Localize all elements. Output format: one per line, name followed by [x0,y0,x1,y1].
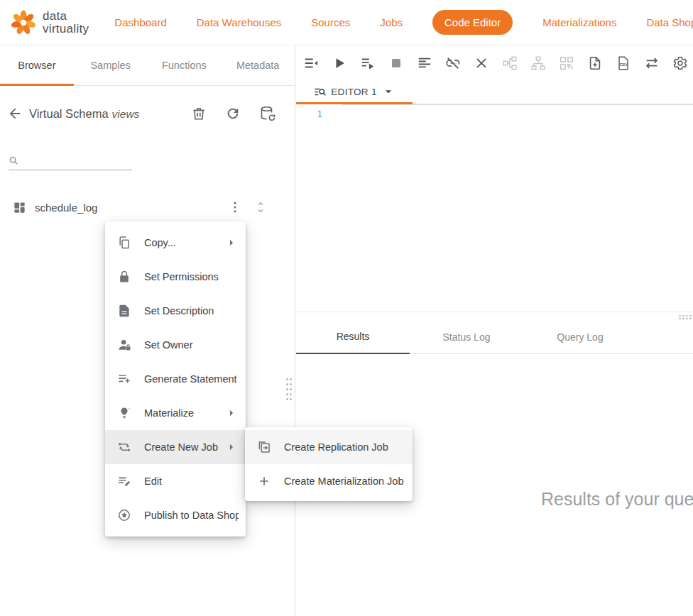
tab-browser[interactable]: Browser [0,45,74,85]
menu-item-generate-statement[interactable]: Generate Statement [105,362,246,396]
export-csv-button[interactable]: CSV [615,55,632,72]
menu-item-create-new-job[interactable]: Create New Job [105,430,246,464]
schema-title-text: Virtual Schema [29,107,109,120]
more-vert-icon [228,200,242,214]
swap-connection-button[interactable] [643,55,660,72]
tab-editor-1[interactable]: EDITOR 1 [296,81,413,104]
materialize-bulb-icon [116,406,132,420]
settings-icon [672,55,688,71]
schema-type-text: views [112,108,140,120]
back-button[interactable] [7,106,23,121]
code-editor-panel: CSV EDITOR 1 1 Results Status Log [296,45,693,616]
menu-item-label: Publish to Data Shop [144,510,239,521]
settings-button[interactable] [672,55,689,72]
tree-item-schedule-log[interactable]: schedule_log [0,197,295,217]
expand-collapse-button[interactable] [253,200,268,214]
nav-item-materializations[interactable]: Materializations [542,16,616,28]
run-all-button[interactable] [359,55,376,72]
logo-line1: data [43,9,67,23]
delete-schema-button[interactable] [191,106,207,121]
nav-item-code-editor[interactable]: Code Editor [432,10,513,35]
results-placeholder-text: Results of your queries will be shown he… [541,489,693,510]
job-flow-icon [116,440,132,454]
tab-query-log[interactable]: Query Log [523,320,637,353]
run-all-icon [360,55,376,71]
format-sql-icon [417,55,432,71]
refresh-schema-button[interactable] [225,106,241,121]
menu-item-label: Set Description [144,305,239,317]
menu-item-set-description[interactable]: Set Description [105,294,246,328]
format-sql-button[interactable] [416,55,433,72]
unlink-icon [445,55,461,71]
menu-item-create-materialization-job[interactable]: Create Materialization Job [245,464,413,498]
dependency-tree-button [501,55,518,72]
tree-item-actions [228,200,268,214]
tree-item-label: schedule_log [35,202,97,214]
query-plan-button [558,55,575,72]
run-query-button[interactable] [331,55,348,72]
data-lineage-icon [530,55,546,71]
results-tab-strip: Results Status Log Query Log [296,320,693,354]
nav-item-dashboard[interactable]: Dashboard [114,16,166,28]
export-csv-icon: CSV [616,55,631,71]
tab-metadata[interactable]: Metadata [221,45,295,85]
menu-item-materialize[interactable]: Materialize [105,396,246,430]
editor-toolbar: CSV [296,45,693,81]
chevron-down-icon[interactable] [381,84,395,99]
editor-tab-strip: EDITOR 1 [296,81,693,104]
schema-actions [191,105,276,122]
schema-header: Virtual Schemaviews [0,94,295,133]
back-icon [7,106,23,121]
copy-icon [116,236,132,250]
nav-item-jobs[interactable]: Jobs [380,16,403,28]
code-input-area[interactable] [342,104,693,312]
nav-item-data-warehouses[interactable]: Data Warehouses [197,16,282,28]
tab-status-log[interactable]: Status Log [410,320,523,353]
close-editor-icon [474,55,489,71]
run-query-icon [332,55,347,71]
menu-item-publish-to-data-shop[interactable]: Publish to Data Shop [105,498,246,532]
stop-icon [388,55,404,71]
sidebar-tabs: Browser Samples Functions Metadata [0,45,295,86]
app-logo[interactable]: data virtuality [9,9,89,37]
playlist-add-icon [116,372,132,386]
menu-item-label: Edit [144,475,239,487]
more-options-button[interactable] [228,200,242,214]
nav-item-data-shop[interactable]: Data Shop [646,16,693,28]
menu-item-label: Create Replication Job [284,441,405,453]
unlink-button[interactable] [444,55,462,72]
editor-results-splitter[interactable] [296,312,693,320]
splitter-grip-icon [678,314,692,320]
logo-line2: virtuality [43,22,89,35]
lock-icon [116,270,132,284]
refresh-database-button[interactable] [259,105,276,122]
delete-icon [191,106,207,121]
close-editor-button[interactable] [473,55,490,72]
edit-note-icon [116,474,132,488]
line-number: 1 [296,109,322,119]
menu-item-label: Set Owner [144,339,239,351]
manage-search-icon [313,85,327,99]
tab-results[interactable]: Results [296,320,410,354]
sql-editor[interactable]: 1 [296,104,693,312]
nav-item-sources[interactable]: Sources [311,16,350,28]
panel-resize-handle[interactable] [285,377,293,401]
editor-tab-label: EDITOR 1 [331,87,376,97]
search-icon [9,155,18,165]
tab-functions[interactable]: Functions [148,45,222,85]
menu-item-set-permissions[interactable]: Set Permissions [105,260,246,294]
plus-icon [256,474,272,488]
menu-item-create-replication-job[interactable]: Create Replication Job [245,430,413,464]
line-number-gutter: 1 [296,104,342,312]
menu-item-copy[interactable]: Copy... [105,226,246,260]
collapse-editor-list-button[interactable] [302,55,320,72]
save-file-button[interactable] [586,55,604,72]
menu-item-label: Create Materialization Job [284,475,405,487]
menu-item-set-owner[interactable]: Set Owner [105,328,246,362]
search-input[interactable] [22,155,151,166]
tab-samples[interactable]: Samples [74,45,148,85]
description-icon [116,304,132,318]
menu-item-edit[interactable]: Edit [105,464,246,498]
stop-button [388,55,405,72]
create-new-job-submenu: Create Replication Job Create Materializ… [245,427,413,501]
